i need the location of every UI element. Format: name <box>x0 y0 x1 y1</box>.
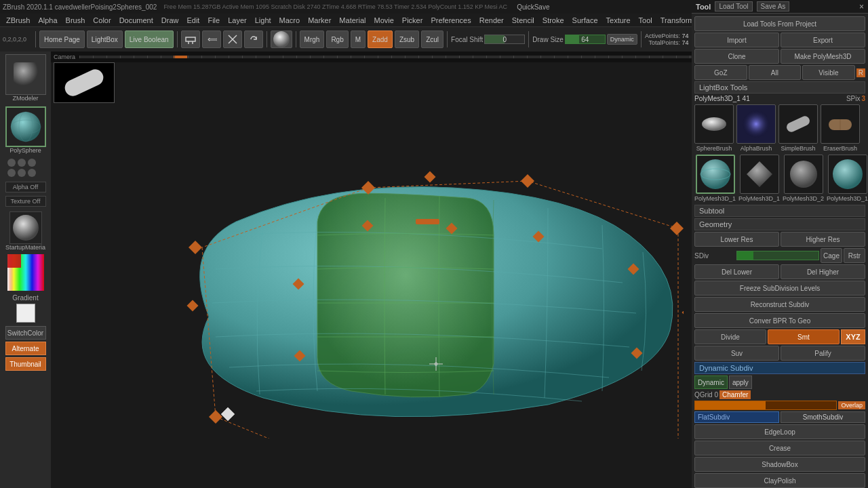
export-btn[interactable]: Export <box>781 33 865 47</box>
flat-subdiv-label[interactable]: FlatSubdiv <box>694 411 779 423</box>
dynamic-button[interactable]: Dynamic <box>607 34 637 45</box>
xyz-button[interactable]: XYZ <box>841 329 865 344</box>
eraser-brush-thumb[interactable] <box>821 104 860 144</box>
palify-btn[interactable]: Palify <box>781 346 865 361</box>
polysphere-icon[interactable] <box>5 106 46 147</box>
dynamic-subdiv-header[interactable]: Dynamic Subdiv <box>694 362 865 374</box>
alpha-off-label[interactable]: Alpha Off <box>5 182 46 192</box>
texture-off-label[interactable]: Texture Off <box>5 196 46 207</box>
suv-btn[interactable]: Suv <box>694 346 779 361</box>
menu-file[interactable]: File <box>204 16 223 25</box>
menu-macro[interactable]: Macro <box>276 16 304 25</box>
shadowbox-btn[interactable]: ShadowBox <box>694 457 865 472</box>
switch-color-button[interactable]: SwitchColor <box>5 326 46 340</box>
focal-shift-slider[interactable]: 0 <box>484 35 525 44</box>
material-icon[interactable] <box>9 211 42 244</box>
all-btn[interactable]: All <box>749 65 802 80</box>
polymesh3d-2-thumb[interactable] <box>740 155 779 194</box>
menu-document[interactable]: Document <box>116 16 157 25</box>
clone-btn[interactable]: Clone <box>694 49 779 64</box>
menu-preferences[interactable]: Preferences <box>427 16 474 25</box>
menu-layer[interactable]: Layer <box>224 16 250 25</box>
polymesh3d-1-thumb[interactable] <box>696 155 735 194</box>
del-higher-btn[interactable]: Del Higher <box>781 264 865 279</box>
draw-mode-button[interactable] <box>181 30 200 48</box>
menu-movie[interactable]: Movie <box>370 16 397 25</box>
coverage-slider[interactable] <box>694 401 837 410</box>
home-page-button[interactable]: Home Page <box>39 30 85 48</box>
import-btn[interactable]: Import <box>694 33 779 47</box>
lightbox-tools-header[interactable]: LightBox Tools <box>694 81 865 94</box>
clay-polish-btn[interactable]: ClayPolish <box>694 473 865 488</box>
draw-size-slider[interactable]: 64 <box>565 35 606 44</box>
smooth-subdiv-label[interactable]: SmothSubdiv <box>781 411 865 423</box>
overlap-tag[interactable]: Overlap <box>838 401 865 409</box>
live-boolean-button[interactable]: Live Boolean <box>125 30 174 48</box>
geometry-header[interactable]: Geometry <box>694 218 865 230</box>
menu-material[interactable]: Material <box>336 16 369 25</box>
m-button[interactable]: M <box>351 30 366 48</box>
menu-picker[interactable]: Picker <box>399 16 427 25</box>
del-lower-btn[interactable]: Del Lower <box>694 264 779 279</box>
cage-btn[interactable]: Cage <box>821 248 842 263</box>
divide-btn[interactable]: Divide <box>694 329 766 344</box>
menu-surface[interactable]: Surface <box>569 16 601 25</box>
color-square[interactable] <box>16 304 35 323</box>
sphere-brush-thumb[interactable] <box>694 104 734 144</box>
rgb-button[interactable]: Rgb <box>326 30 348 48</box>
menu-stencil[interactable]: Stencil <box>509 16 538 25</box>
save-as-btn[interactable]: Save As <box>757 1 790 12</box>
menu-light[interactable]: Light <box>252 16 275 25</box>
sdiv-slider[interactable] <box>736 251 819 260</box>
higher-res-btn[interactable]: Higher Res <box>781 232 865 247</box>
polymesh3d-4-thumb[interactable] <box>828 155 867 194</box>
menu-edit[interactable]: Edit <box>183 16 203 25</box>
polymesh3d-3-thumb[interactable] <box>784 155 823 194</box>
load-tool-btn[interactable]: Load Tool <box>715 1 752 12</box>
freeze-subdiv-btn[interactable]: Freeze SubDivision Levels <box>694 281 865 296</box>
lower-res-btn[interactable]: Lower Res <box>694 232 779 247</box>
thumbnail-button[interactable]: Thumbnail <box>5 357 46 371</box>
menu-tool[interactable]: Tool <box>635 16 656 25</box>
load-tools-from-project-btn[interactable]: Load Tools From Project <box>694 16 865 31</box>
move-mode-button[interactable]: ⟺ <box>202 30 221 48</box>
menu-draw[interactable]: Draw <box>158 16 182 25</box>
timeline-bar[interactable] <box>79 56 753 58</box>
menu-render[interactable]: Render <box>476 16 507 25</box>
goz-btn[interactable]: GoZ <box>694 65 747 80</box>
subtool-header[interactable]: Subtool <box>694 205 865 217</box>
zmodeler-icon[interactable] <box>5 54 46 95</box>
rotate-mode-button[interactable] <box>244 30 263 48</box>
zcul-button[interactable]: Zcul <box>421 30 443 48</box>
convert-bpr-btn[interactable]: Conver BPR To Geo <box>694 313 865 328</box>
dynamic-label[interactable]: Dynamic <box>694 375 728 389</box>
simple-brush-thumb[interactable] <box>778 104 818 144</box>
make-polymesh-btn[interactable]: Make PolyMesh3D <box>781 49 865 64</box>
color-swatch-area[interactable] <box>7 254 44 291</box>
apply-label[interactable]: apply <box>729 375 752 389</box>
close-panel-icon[interactable]: × <box>859 2 864 12</box>
alpha-brush-thumb[interactable] <box>736 104 776 144</box>
crease-btn[interactable]: Crease <box>694 441 865 455</box>
lightbox-button[interactable]: LightBox <box>87 30 123 48</box>
quicksave-label[interactable]: QuickSave <box>517 3 549 11</box>
visible-btn[interactable]: Visible <box>802 65 855 80</box>
edge-loop-btn[interactable]: EdgeLoop <box>694 424 865 439</box>
menu-zbrush[interactable]: ZBrush <box>3 16 33 25</box>
menu-marker[interactable]: Marker <box>304 16 334 25</box>
zadd-button[interactable]: Zadd <box>368 30 393 48</box>
menu-color[interactable]: Color <box>90 16 114 25</box>
menu-stroke[interactable]: Stroke <box>539 16 568 25</box>
menu-alpha[interactable]: Alpha <box>35 16 60 25</box>
zsub-button[interactable]: Zsub <box>395 30 419 48</box>
smt-btn[interactable]: Smt <box>768 329 840 344</box>
scale-mode-button[interactable] <box>223 30 242 48</box>
material-sphere-button[interactable] <box>271 30 292 48</box>
alternate-button[interactable]: Alternate <box>5 342 46 355</box>
menu-texture[interactable]: Texture <box>603 16 634 25</box>
rstr-btn[interactable]: Rstr <box>844 248 865 263</box>
reconstruct-subdiv-btn[interactable]: Reconstruct Subdiv <box>694 297 865 312</box>
chamfer-tag[interactable]: Chamfer <box>719 390 751 399</box>
mrgh-button[interactable]: Mrgh <box>300 30 325 48</box>
menu-brush[interactable]: Brush <box>62 16 89 25</box>
